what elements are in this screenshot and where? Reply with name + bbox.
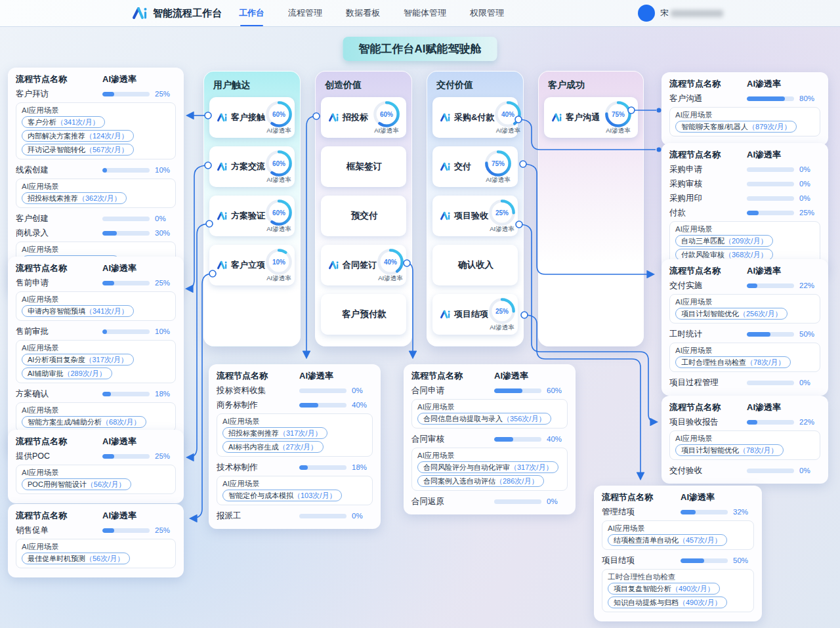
scene-box: AI应用场景客户分析（341次/月）内部解决方案推荐（124次/月）拜访记录智能… (16, 102, 176, 159)
donut-value: 60% (272, 159, 285, 167)
donut-label: AI渗透率 (266, 176, 291, 184)
progress-value: 10% (155, 166, 176, 174)
tag-count: （209次/月） (724, 237, 767, 245)
progress-bar (102, 92, 150, 96)
progress-value: 0% (799, 180, 820, 188)
scene-tag[interactable]: 招投标线索推荐（362次/月） (22, 192, 127, 204)
scene-tag[interactable]: 最佳促单时机预测（56次/月） (22, 553, 130, 564)
stage-cards: 招投标60%AI渗透率框架签订预交付合同签订40%AI渗透率客户预付款 (316, 97, 411, 335)
donut-value: 75% (492, 159, 505, 167)
scene-tag[interactable]: 合同案例入选自动评估（286次/月） (417, 475, 544, 487)
node-name: 交付验收 (669, 465, 747, 476)
node-row: 采购申请0% (669, 162, 820, 177)
tab-流程管理[interactable]: 流程管理 (288, 0, 322, 26)
donut-value: 40% (501, 110, 514, 117)
stage-card[interactable]: 招投标60%AI渗透率 (321, 97, 406, 138)
stage-card[interactable]: 方案交流60%AI渗透率 (209, 146, 295, 187)
scene-tags: 招投标案例推荐（317次/月）AI标书内容生成（27次/月） (222, 427, 367, 453)
tab-数据看板[interactable]: 数据看板 (346, 0, 380, 26)
penetration-donut: 40% (377, 248, 404, 276)
scene-tag[interactable]: 客户分析（341次/月） (22, 116, 105, 128)
ai-node-icon (551, 112, 562, 123)
penetration-donut: 25% (488, 297, 516, 325)
scene-tag[interactable]: 拜访记录智能转化（567次/月） (22, 144, 134, 156)
tag-count: （256次/月） (739, 310, 782, 318)
card-donut-block: 10%AI渗透率 (265, 248, 293, 283)
app-logo[interactable]: 智能流程工作台 (131, 5, 222, 21)
node-name: 交付 (454, 161, 471, 173)
stage-card[interactable]: 客户沟通75%AI渗透率 (544, 97, 638, 138)
tag-count: （317次/月） (510, 463, 553, 471)
stage-card[interactable]: 项目结项25%AI渗透率 (432, 294, 518, 335)
tag-count: （341次/月） (56, 118, 99, 126)
scene-tag[interactable]: 内部解决方案推荐（124次/月） (22, 130, 134, 142)
progress-bar (494, 437, 541, 442)
tab-权限管理[interactable]: 权限管理 (470, 0, 504, 26)
scene-tag[interactable]: 项目复盘智能分析（490次/月） (608, 583, 720, 595)
scene-tag[interactable]: AI分析项目复杂度（317次/月） (22, 354, 134, 366)
stage-card[interactable]: 客户立项10%AI渗透率 (209, 245, 295, 285)
progress-value: 60% (547, 387, 568, 394)
stage-card[interactable]: 框架签订 (321, 146, 406, 187)
progress-value: 0% (799, 379, 820, 387)
scene-tag[interactable]: 智能定价与成本模拟（103次/月） (222, 490, 342, 501)
tag-count: （78次/月） (746, 358, 785, 366)
tab-智能体管理[interactable]: 智能体管理 (404, 0, 446, 26)
progress-bar (681, 510, 728, 514)
scene-tag[interactable]: 智能方案生成/辅助分析（68次/月） (22, 416, 146, 428)
scene-tag[interactable]: 智能聊天客服/机器人（879次/月） (675, 121, 797, 133)
donut-value: 40% (384, 258, 397, 265)
progress-value: 0% (799, 467, 820, 474)
scene-tags: 合同信息自动提取与录入（356次/月） (417, 413, 562, 425)
node-name: 框架签订 (346, 161, 382, 173)
stage-cards: 采购&付款40%AI渗透率交付75%AI渗透率项目验收25%AI渗透率确认收入项… (427, 97, 523, 335)
scene-tag[interactable]: 自动三单匹配（209次/月） (675, 235, 773, 247)
tag-count: （490次/月） (671, 585, 714, 593)
ai-node-icon (440, 211, 451, 221)
scene-tag[interactable]: 项目计划智能优化（78次/月） (675, 444, 784, 456)
progress-fill (494, 388, 522, 393)
scene-tag[interactable]: POC用例智能设计（56次/月） (22, 478, 131, 490)
node-name: 客户沟通 (566, 112, 600, 123)
tag-name: AI标书内容生成 (228, 443, 278, 451)
stage-card[interactable]: 交付75%AI渗透率 (432, 146, 518, 187)
stage-card[interactable]: 合同签订40%AI渗透率 (321, 245, 406, 285)
stage-card[interactable]: 预交付 (321, 196, 406, 236)
node-row: 交付验收0% (669, 463, 820, 478)
stage-card[interactable]: 方案验证60%AI渗透率 (209, 196, 295, 236)
scene-tag[interactable]: 知识自动提炼与归档（490次/月） (608, 597, 727, 608)
col-rate: AI渗透率 (681, 492, 754, 503)
col-rate: AI渗透率 (102, 436, 176, 448)
scene-tag[interactable]: 合同信息自动提取与录入（356次/月） (417, 413, 551, 425)
node-name: 售前审批 (16, 326, 102, 337)
scene-tag[interactable]: 招投标案例推荐（317次/月） (222, 427, 327, 439)
scene-label: AI应用场景 (22, 245, 170, 254)
node-panel-poc: 流程节点名称AI渗透率提供POC25%AI应用场景POC用例智能设计（56次/月… (8, 430, 184, 503)
scene-label: AI应用场景 (675, 110, 814, 119)
scene-tag[interactable]: 合同风险评分与自动化评审（317次/月） (417, 461, 558, 473)
user-avatar[interactable] (638, 5, 655, 22)
scene-box: AI应用场景自动三单匹配（209次/月）付款风险审核（368次/月） (669, 221, 820, 264)
tab-工作台[interactable]: 工作台 (239, 0, 264, 26)
node-name: 客户接触 (231, 112, 265, 123)
stage-card[interactable]: 项目验收25%AI渗透率 (432, 196, 518, 236)
stage-card[interactable]: 客户接触60%AI渗透率 (209, 97, 295, 138)
stage-card[interactable]: 采购&付款40%AI渗透率 (432, 97, 518, 138)
scene-tag[interactable]: 项目计划智能优化（256次/月） (675, 308, 788, 320)
node-row: 投标资料收集0% (217, 383, 373, 398)
progress-bar (494, 499, 541, 504)
progress-value: 10% (155, 327, 176, 335)
stage-card[interactable]: 确认收入 (432, 245, 518, 285)
progress-fill (681, 558, 704, 563)
node-row: 项目结项50% (602, 553, 754, 568)
stage-column-deliver-value: 交付价值采购&付款40%AI渗透率交付75%AI渗透率项目验收25%AI渗透率确… (427, 71, 524, 346)
scene-tag[interactable]: 结项检查清单自动化（457次/月） (608, 534, 727, 546)
user-account[interactable]: 宋 (638, 0, 723, 26)
progress-value: 50% (799, 330, 820, 338)
scene-tag[interactable]: AI辅助审批（289次/月） (22, 367, 112, 379)
progress-value: 22% (799, 282, 820, 289)
scene-tag[interactable]: 申请内容智能预填（341次/月） (22, 305, 134, 317)
stage-card[interactable]: 客户预付款 (321, 294, 406, 335)
scene-tag[interactable]: AI标书内容生成（27次/月） (222, 441, 324, 453)
scene-tag[interactable]: 工时合理性自动检查（78次/月） (675, 356, 791, 368)
